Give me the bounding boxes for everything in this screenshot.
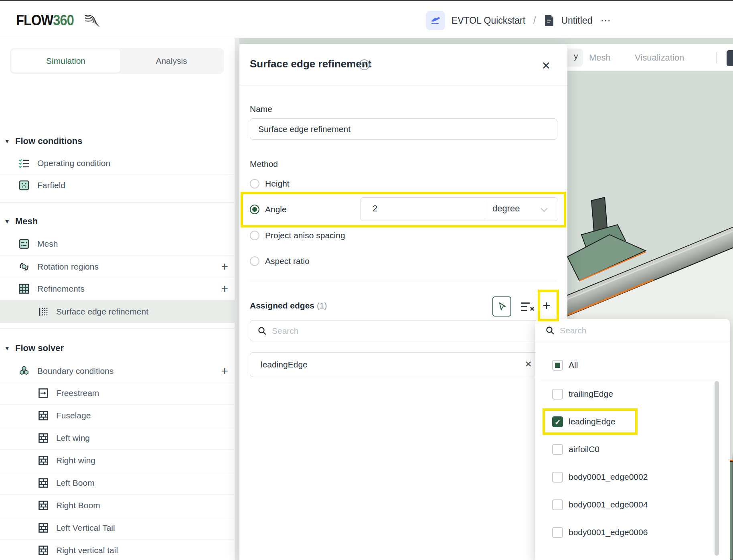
breadcrumb-project[interactable]: EVTOL Quickstart	[452, 15, 525, 26]
tab-visualization[interactable]: Visualization	[635, 44, 684, 71]
wall-icon	[38, 500, 49, 511]
radio-selected-icon[interactable]	[250, 205, 259, 214]
sidebar-item-refinements[interactable]: Refinements +	[0, 278, 235, 300]
angle-unit-select[interactable]: degree	[492, 203, 520, 214]
tab-geometry-partial-label: y	[574, 51, 578, 61]
sidebar-item-farfield[interactable]: Farfield	[0, 174, 235, 197]
section-mesh[interactable]: ▾ Mesh	[0, 210, 235, 233]
dropdown-item-airfoilc0[interactable]: airfoilC0	[535, 438, 724, 461]
checkbox-unchecked-icon[interactable]	[552, 472, 563, 483]
checkbox-unchecked-icon[interactable]	[552, 444, 563, 455]
tab-analysis[interactable]: Analysis	[120, 48, 223, 74]
refinements-grid-icon	[19, 284, 29, 294]
dropdown-item-all[interactable]: All	[535, 354, 724, 376]
section-flow-solver[interactable]: ▾ Flow solver	[0, 337, 235, 359]
project-plane-icon[interactable]	[426, 11, 445, 30]
assigned-edges-search-input[interactable]: Search	[250, 320, 557, 341]
help-icon[interactable]: ?	[359, 59, 370, 70]
sidebar-item-right-boom[interactable]: Right Boom	[0, 494, 235, 517]
boundary-conditions-icon	[19, 366, 29, 376]
sidebar-item-left-wing[interactable]: Left wing	[0, 427, 235, 449]
name-input[interactable]: Surface edge refinement	[250, 118, 557, 140]
sidebar: Simulation Analysis ▾ Flow conditions Op…	[0, 38, 235, 560]
logo-360-text: 360	[53, 12, 74, 28]
sidebar-item-surface-edge-refinement[interactable]: Surface edge refinement	[0, 300, 235, 323]
sidebar-item-boundary-conditions[interactable]: Boundary conditions +	[0, 360, 235, 382]
checkbox-unchecked-icon[interactable]	[552, 499, 563, 510]
angle-value-group: 2 degree	[360, 197, 558, 221]
pick-in-viewport-button[interactable]	[492, 296, 511, 317]
app-header: FLOW360 EVTOL Quickstart /	[0, 1, 733, 38]
sidebar-item-left-vertical-tail[interactable]: Left Vertical Tail	[0, 517, 235, 539]
dropdown-item-trailingedge[interactable]: trailingEdge	[535, 383, 724, 405]
wall-icon	[38, 545, 49, 556]
breadcrumb-doc-title[interactable]: Untitled	[561, 15, 592, 26]
checkbox-unchecked-icon[interactable]	[552, 527, 563, 538]
caret-down-icon[interactable]: ▾	[6, 138, 13, 145]
method-option-angle[interactable]: Angle	[250, 203, 287, 215]
wall-icon	[38, 455, 49, 466]
checkbox-unchecked-icon[interactable]	[552, 389, 563, 400]
tab-mesh[interactable]: Mesh	[589, 44, 611, 71]
dialog-title: Surface edge refinement	[250, 58, 371, 70]
rotation-regions-icon	[19, 262, 29, 272]
add-rotation-region-button[interactable]: +	[221, 261, 228, 273]
close-icon[interactable]: ✕	[541, 59, 551, 72]
dropdown-item-body0001-edge0004[interactable]: body0001_edge0004	[535, 493, 724, 516]
dropdown-scrollbar[interactable]	[715, 381, 719, 556]
document-icon	[544, 14, 555, 27]
add-refinement-button[interactable]: +	[221, 283, 228, 295]
caret-down-icon[interactable]: ▾	[6, 345, 13, 352]
caret-down-icon[interactable]: ▾	[6, 218, 13, 225]
name-label: Name	[250, 104, 272, 114]
doc-more-menu[interactable]: ⋯	[600, 14, 612, 27]
wall-icon	[38, 433, 49, 443]
sidebar-item-right-vertical-tail[interactable]: Right vertical tail	[0, 539, 235, 560]
add-edge-button[interactable]: +	[543, 298, 551, 312]
sidebar-item-operating-condition[interactable]: Operating condition	[0, 152, 235, 174]
tab-simulation[interactable]: Simulation	[11, 49, 120, 73]
dropdown-item-leadingedge[interactable]: leadingEdge	[535, 410, 724, 433]
method-option-project-aniso[interactable]: Project aniso spacing	[250, 229, 345, 241]
add-boundary-condition-button[interactable]: +	[221, 365, 228, 377]
angle-value-input[interactable]: 2	[373, 203, 377, 214]
search-icon	[545, 326, 555, 335]
surface-edge-refinement-dialog: Surface edge refinement ? ✕ Name Surface…	[239, 44, 567, 560]
sidebar-item-right-wing[interactable]: Right wing	[0, 449, 235, 472]
wall-icon	[38, 523, 49, 533]
method-option-height[interactable]: Height	[250, 178, 290, 190]
clear-list-icon[interactable]	[520, 301, 537, 312]
dropdown-search-input[interactable]: Search	[535, 319, 730, 342]
assigned-edges-label: Assigned edges (1)	[250, 301, 327, 310]
sidebar-item-freestream[interactable]: Freestream	[0, 382, 235, 404]
tabbar-cutoff-button[interactable]	[727, 50, 733, 66]
radio-unselected-icon[interactable]	[250, 179, 259, 189]
sidebar-item-fuselage[interactable]: Fuselage	[0, 404, 235, 427]
dropdown-item-body0001-edge0002[interactable]: body0001_edge0002	[535, 466, 724, 488]
breadcrumb: EVTOL Quickstart / Untitled ⋯	[426, 10, 612, 31]
radio-unselected-icon[interactable]	[250, 256, 259, 266]
sidebar-item-left-boom[interactable]: Left Boom	[0, 472, 235, 494]
flow360-app: FLOW360 EVTOL Quickstart /	[0, 0, 733, 560]
freestream-icon	[38, 388, 49, 398]
radio-unselected-icon[interactable]	[250, 231, 259, 240]
panel-gutter	[235, 38, 239, 560]
window-top-edge	[0, 0, 733, 1]
tabbar-separator	[716, 52, 717, 63]
method-option-aspect-ratio[interactable]: Aspect ratio	[250, 255, 310, 267]
chevron-down-icon[interactable]	[540, 207, 548, 212]
farfield-icon	[19, 180, 29, 191]
sidebar-item-rotation-regions[interactable]: Rotation regions +	[0, 256, 235, 278]
section-flow-conditions[interactable]: ▾ Flow conditions	[0, 130, 235, 152]
mesh-icon	[19, 239, 29, 249]
checkbox-indeterminate-icon[interactable]	[552, 360, 563, 371]
checklist-icon	[19, 158, 29, 168]
dropdown-item-body0001-edge0006[interactable]: body0001_edge0006	[535, 521, 724, 544]
flow360-logo: FLOW360	[16, 10, 103, 31]
assigned-edge-row: leadingEdge	[250, 352, 557, 377]
sidebar-item-mesh[interactable]: Mesh	[0, 233, 235, 255]
method-label: Method	[250, 159, 278, 169]
checkbox-checked-icon[interactable]	[552, 416, 563, 427]
sidebar-mode-switch: Simulation Analysis	[10, 48, 224, 74]
remove-edge-icon[interactable]: ✕	[525, 359, 532, 369]
